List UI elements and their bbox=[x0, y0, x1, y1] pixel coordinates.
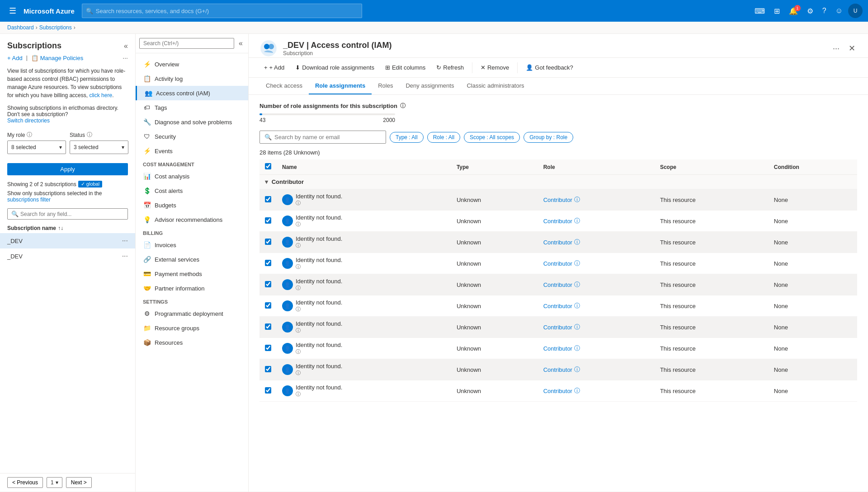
nav-item-resources[interactable]: 📦 Resources bbox=[136, 335, 248, 350]
subscription-item-0[interactable]: _DEV ··· bbox=[0, 233, 135, 248]
more-actions-icon[interactable]: ··· bbox=[123, 54, 128, 61]
sort-icon[interactable]: ↑↓ bbox=[58, 225, 63, 231]
role-search-input[interactable] bbox=[274, 134, 381, 141]
row-checkbox[interactable] bbox=[265, 387, 271, 394]
nav-item-partner-info[interactable]: 🤝 Partner information bbox=[136, 281, 248, 295]
subscription-item-1[interactable]: _DEV ··· bbox=[0, 248, 135, 264]
header-close-btn[interactable]: ✕ bbox=[847, 42, 857, 55]
role-link[interactable]: Contributor ⓘ bbox=[543, 217, 649, 225]
row-checkbox[interactable] bbox=[265, 302, 271, 309]
download-btn[interactable]: ⬇ Download role assignments bbox=[291, 61, 379, 74]
user-avatar[interactable]: U bbox=[848, 4, 863, 18]
nav-item-prog-deployment[interactable]: ⚙ Programmatic deployment bbox=[136, 306, 248, 321]
apply-filter-btn[interactable]: Apply bbox=[7, 163, 128, 175]
role-info-icon[interactable]: ⓘ bbox=[574, 365, 580, 374]
row-checkbox[interactable] bbox=[265, 260, 271, 266]
subscription-search-field[interactable]: 🔍 bbox=[7, 208, 128, 220]
portal-icon[interactable]: ⊞ bbox=[770, 4, 783, 18]
cloud-shell-icon[interactable]: ⌨ bbox=[751, 4, 769, 18]
row-checkbox[interactable] bbox=[265, 281, 271, 287]
manage-policies-btn[interactable]: 📋 Manage Policies bbox=[31, 55, 83, 61]
status-select[interactable]: 3 selected ▾ bbox=[70, 141, 128, 154]
role-link[interactable]: Contributor ⓘ bbox=[543, 196, 649, 204]
role-filter-tag[interactable]: Role : All bbox=[427, 132, 460, 143]
scope-filter-tag[interactable]: Scope : All scopes bbox=[464, 132, 520, 143]
my-role-info-icon[interactable]: ⓘ bbox=[27, 131, 32, 139]
add-btn[interactable]: + + Add bbox=[259, 61, 289, 74]
group-by-tag[interactable]: Group by : Role bbox=[524, 132, 573, 143]
nav-item-external-services[interactable]: 🔗 External services bbox=[136, 252, 248, 267]
status-info-icon[interactable]: ⓘ bbox=[87, 131, 92, 139]
breadcrumb-subscriptions[interactable]: Subscriptions bbox=[39, 24, 72, 31]
tab-classic-admins[interactable]: Classic administrators bbox=[460, 78, 530, 94]
row-checkbox[interactable] bbox=[265, 217, 271, 224]
type-filter-tag[interactable]: Type : All bbox=[390, 132, 424, 143]
sidebar-collapse-btn[interactable]: « bbox=[124, 42, 128, 50]
edit-columns-btn[interactable]: ⊞ Edit columns bbox=[381, 61, 430, 74]
subscriptions-filter-link[interactable]: subscriptions filter bbox=[7, 197, 51, 203]
nav-item-resource-groups[interactable]: 📁 Resource groups bbox=[136, 321, 248, 335]
select-all-checkbox[interactable] bbox=[265, 163, 271, 169]
middle-collapse-btn[interactable]: « bbox=[237, 37, 245, 49]
nav-item-invoices[interactable]: 📄 Invoices bbox=[136, 238, 248, 252]
row-checkbox[interactable] bbox=[265, 366, 271, 372]
role-info-icon[interactable]: ⓘ bbox=[574, 259, 580, 267]
nav-item-payment-methods[interactable]: 💳 Payment methods bbox=[136, 267, 248, 281]
role-info-icon[interactable]: ⓘ bbox=[574, 344, 580, 352]
role-info-icon[interactable]: ⓘ bbox=[574, 302, 580, 310]
nav-item-diagnose[interactable]: 🔧 Diagnose and solve problems bbox=[136, 115, 248, 129]
role-link[interactable]: Contributor ⓘ bbox=[543, 302, 649, 310]
tab-role-assignments[interactable]: Role assignments bbox=[309, 78, 372, 94]
feedback-btn[interactable]: 👤 Got feedback? bbox=[521, 61, 578, 74]
nav-item-budgets[interactable]: 📅 Budgets bbox=[136, 198, 248, 212]
role-link[interactable]: Contributor ⓘ bbox=[543, 365, 649, 374]
nav-item-overview[interactable]: ⚡ Overview bbox=[136, 57, 248, 71]
role-info-icon[interactable]: ⓘ bbox=[574, 196, 580, 204]
hamburger-menu[interactable]: ☰ bbox=[5, 4, 20, 18]
previous-page-btn[interactable]: < Previous bbox=[7, 477, 43, 488]
sub-item-more-1[interactable]: ··· bbox=[122, 252, 128, 260]
row-checkbox[interactable] bbox=[265, 323, 271, 330]
role-link[interactable]: Contributor ⓘ bbox=[543, 323, 649, 331]
role-link[interactable]: Contributor ⓘ bbox=[543, 259, 649, 267]
help-icon[interactable]: ? bbox=[819, 4, 830, 18]
tab-roles[interactable]: Roles bbox=[372, 78, 399, 94]
next-page-btn[interactable]: Next > bbox=[66, 477, 92, 488]
role-info-icon[interactable]: ⓘ bbox=[574, 238, 580, 246]
role-link[interactable]: Contributor ⓘ bbox=[543, 238, 649, 246]
section-info-icon[interactable]: ⓘ bbox=[400, 102, 406, 110]
header-more-btn[interactable]: ··· bbox=[831, 42, 841, 55]
click-here-link[interactable]: click here bbox=[89, 92, 112, 98]
group-expand-icon[interactable]: ▾ bbox=[265, 178, 268, 185]
role-link[interactable]: Contributor ⓘ bbox=[543, 344, 649, 352]
nav-item-advisor[interactable]: 💡 Advisor recommendations bbox=[136, 212, 248, 227]
add-subscription-btn[interactable]: + Add bbox=[7, 55, 23, 61]
nav-item-events[interactable]: ⚡ Events bbox=[136, 144, 248, 158]
nav-item-cost-analysis[interactable]: 📊 Cost analysis bbox=[136, 169, 248, 183]
nav-item-iam[interactable]: 👥 Access control (IAM) bbox=[136, 86, 248, 100]
global-search-input[interactable] bbox=[96, 8, 358, 14]
sub-item-more-0[interactable]: ··· bbox=[122, 237, 128, 245]
my-role-select[interactable]: 8 selected ▾ bbox=[7, 141, 66, 154]
nav-item-tags[interactable]: 🏷 Tags bbox=[136, 100, 248, 115]
role-info-icon[interactable]: ⓘ bbox=[574, 323, 580, 331]
nav-item-cost-alerts[interactable]: 💲 Cost alerts bbox=[136, 183, 248, 198]
role-link[interactable]: Contributor ⓘ bbox=[543, 387, 649, 395]
subscription-search-input[interactable] bbox=[20, 211, 124, 217]
tab-deny-assignments[interactable]: Deny assignments bbox=[399, 78, 460, 94]
role-info-icon[interactable]: ⓘ bbox=[574, 217, 580, 225]
role-search-field[interactable]: 🔍 bbox=[259, 131, 386, 144]
role-link[interactable]: Contributor ⓘ bbox=[543, 281, 649, 289]
nav-item-activity-log[interactable]: 📋 Activity log bbox=[136, 71, 248, 86]
role-info-icon[interactable]: ⓘ bbox=[574, 281, 580, 289]
feedback-icon[interactable]: ☺ bbox=[832, 4, 846, 18]
page-select[interactable]: 1 ▾ bbox=[47, 477, 62, 488]
row-checkbox[interactable] bbox=[265, 345, 271, 351]
breadcrumb-dashboard[interactable]: Dashboard bbox=[7, 24, 34, 31]
remove-btn[interactable]: ✕ Remove bbox=[476, 61, 514, 74]
refresh-btn[interactable]: ↻ Refresh bbox=[432, 61, 468, 74]
middle-search-input[interactable] bbox=[139, 38, 234, 49]
switch-directories-link[interactable]: Switch directories bbox=[7, 117, 50, 124]
notifications-icon[interactable]: 🔔 1 bbox=[785, 4, 802, 18]
nav-item-security[interactable]: 🛡 Security bbox=[136, 129, 248, 144]
